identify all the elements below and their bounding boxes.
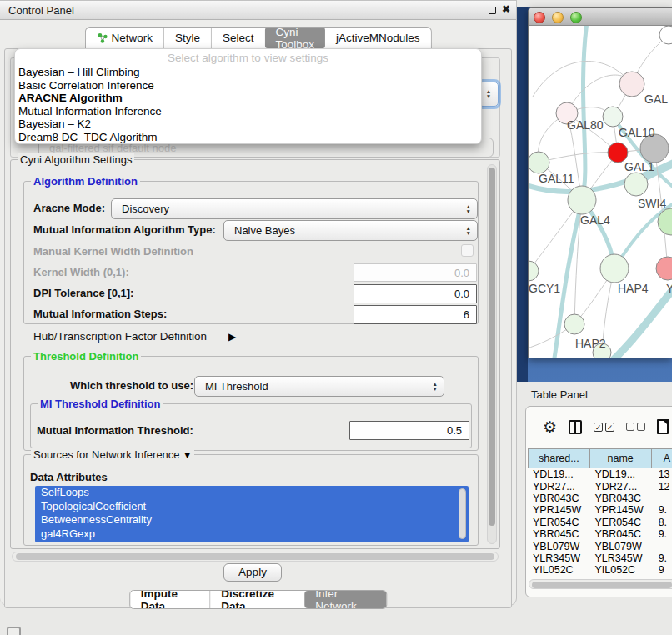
mi-steps-label: Mutual Information Steps: xyxy=(33,308,167,320)
table-row[interactable]: YBR043CYBR043C xyxy=(528,492,672,504)
popup-item-bayesian-k2[interactable]: Bayesian – K2 xyxy=(15,118,481,131)
combo-stepper-icon: ▲▼ xyxy=(466,201,471,217)
column-header-name[interactable]: name xyxy=(589,449,651,468)
popup-item-aracne[interactable]: ARACNE Algorithm xyxy=(15,92,481,105)
popup-item-basic-correlation[interactable]: Basic Correlation Inference xyxy=(15,79,481,92)
table-row[interactable]: YDL19...YDL19...13 xyxy=(528,468,672,480)
popup-prompt: Select algorithm to view settings xyxy=(15,49,481,66)
column-header-cut[interactable]: A xyxy=(651,449,672,468)
tab-jactivemnodules[interactable]: jActiveMNodules xyxy=(325,28,431,48)
select-all-icon[interactable]: ✓✓ xyxy=(594,422,614,432)
zoom-traffic-light-icon[interactable] xyxy=(570,12,582,23)
table-row[interactable]: YER054CYER054C8. xyxy=(528,517,672,528)
table-row[interactable]: YPR145WYPR145W9. xyxy=(528,504,672,516)
node-label: GAL4 xyxy=(580,213,610,227)
node-gal-pink[interactable] xyxy=(619,72,644,97)
create-column-icon[interactable] xyxy=(657,419,669,434)
settings-group-title: Cyni Algorithm Settings xyxy=(18,153,134,166)
node-swi4[interactable] xyxy=(624,172,648,196)
node-gal11[interactable] xyxy=(529,152,549,173)
table-panel-region: Table Panel ⚙ ✓✓ shared... name A Y xyxy=(517,382,672,635)
node-gal4[interactable] xyxy=(568,186,596,214)
popup-item-mutual-information[interactable]: Mutual Information Inference xyxy=(15,105,481,118)
node-table-header: shared... name A xyxy=(528,448,672,468)
table-row[interactable]: YLR345WYLR345W9. xyxy=(528,552,672,564)
list-item-selfloops[interactable]: SelfLoops xyxy=(35,486,469,500)
node-hap2[interactable] xyxy=(564,314,584,334)
table-toolbar: ⚙ ✓✓ xyxy=(526,407,672,447)
list-item-betweennesscentrality[interactable]: BetweennessCentrality xyxy=(35,513,469,528)
node-table-card: ⚙ ✓✓ shared... name A YDL19...YDL19...13… xyxy=(525,406,672,598)
table-horizontal-scrollbar[interactable] xyxy=(529,579,672,589)
list-item-gal4rgexp[interactable]: gal4RGexp xyxy=(35,528,469,542)
hub-definition-label[interactable]: Hub/Transcription Factor Definition xyxy=(33,330,207,342)
control-panel-titlebar: Control Panel ✖ xyxy=(0,1,516,20)
settings-gear-icon[interactable]: ⚙ xyxy=(543,419,557,435)
network-window-titlebar[interactable] xyxy=(529,8,672,26)
control-panel-title: Control Panel xyxy=(8,4,74,17)
manual-kernel-checkbox[interactable] xyxy=(461,244,474,257)
control-panel-window: Control Panel ✖ Network Style Select Cyn… xyxy=(0,0,517,606)
minimize-traffic-light-icon[interactable] xyxy=(552,12,564,23)
sources-collapse-arrow-icon[interactable]: ▼ xyxy=(183,450,192,460)
mi-steps-field[interactable]: 6 xyxy=(354,305,477,324)
node-gcy1[interactable] xyxy=(529,261,539,281)
table-row[interactable]: YDR27...YDR27...12 xyxy=(528,480,672,492)
tab-impute-data[interactable]: Impute Data xyxy=(130,591,209,608)
node-label: GAL1 xyxy=(624,160,654,173)
hub-expand-arrow-icon[interactable]: ▶ xyxy=(228,331,236,342)
docked-panel-icon[interactable] xyxy=(7,627,21,635)
control-panel-tab-row: Network Style Select Cyni Toolbox jActiv… xyxy=(0,20,516,48)
table-row[interactable]: YBR045CYBR045C9. xyxy=(528,528,672,540)
network-view-window[interactable]: GAL GAL80 GAL10 GAL1 GAL11 SWI4 GAL4 GCY… xyxy=(528,8,672,358)
settings-vertical-scrollbar[interactable] xyxy=(487,164,497,544)
popup-item-dream8[interactable]: Dream8 DC_TDC Algorithm xyxy=(15,131,481,144)
node-label: GCY1 xyxy=(529,282,560,295)
aracne-mode-combo[interactable]: Discovery ▲▼ xyxy=(111,198,478,219)
column-view-icon[interactable] xyxy=(569,420,582,434)
settings-horizontal-scrollbar[interactable] xyxy=(12,552,499,562)
tab-group: Network Style Select Cyni Toolbox jActiv… xyxy=(84,27,431,48)
node-y-salmon[interactable] xyxy=(656,257,672,280)
close-window-icon[interactable]: ✖ xyxy=(502,3,510,15)
list-vertical-scrollbar[interactable] xyxy=(459,488,466,539)
data-attributes-list[interactable]: SelfLoops TopologicalCoefficient Between… xyxy=(35,486,469,542)
node-gal10[interactable] xyxy=(603,107,623,127)
node-hap4[interactable] xyxy=(600,254,629,282)
desktop-left-edge xyxy=(517,7,528,382)
tab-cyni-toolbox[interactable]: Cyni Toolbox xyxy=(264,28,325,48)
threshold-definition-title: Threshold Definition xyxy=(31,350,141,362)
close-traffic-light-icon[interactable] xyxy=(534,12,545,23)
apply-button[interactable]: Apply xyxy=(223,563,282,582)
scrollbar-thumb[interactable] xyxy=(489,168,495,526)
network-canvas[interactable]: GAL GAL80 GAL10 GAL1 GAL11 SWI4 GAL4 GCY… xyxy=(529,26,672,358)
tab-select[interactable]: Select xyxy=(211,28,265,48)
tab-infer-network[interactable]: Infer Network xyxy=(304,591,386,608)
algorithm-dropdown-popup: Select algorithm to view settings Bayesi… xyxy=(14,48,482,144)
scrollbar-thumb[interactable] xyxy=(16,553,494,560)
scrollbar-thumb[interactable] xyxy=(532,582,672,588)
node-label: SWI4 xyxy=(638,197,666,210)
combo-stepper-icon: ▲▼ xyxy=(466,222,471,238)
table-row[interactable]: YIL052CYIL052C9 xyxy=(528,564,672,576)
manual-kernel-label: Manual Kernel Width Definition xyxy=(33,245,193,258)
which-threshold-combo[interactable]: MI Threshold ▲▼ xyxy=(194,376,444,397)
mi-type-combo[interactable]: Naive Bayes ▲▼ xyxy=(223,220,478,241)
table-panel-title: Table Panel xyxy=(531,388,588,401)
list-item-topologicalcoefficient[interactable]: TopologicalCoefficient xyxy=(35,500,469,514)
float-window-icon[interactable] xyxy=(489,7,496,14)
column-header-shared-name[interactable]: shared... xyxy=(529,449,590,468)
sources-group-title: Sources for Network Inference ▼ xyxy=(31,448,194,461)
deselect-all-icon[interactable] xyxy=(626,422,645,431)
mi-threshold-field[interactable]: 0.5 xyxy=(349,421,469,440)
tab-network[interactable]: Network xyxy=(85,28,163,48)
popup-item-bayesian-hill-climbing[interactable]: Bayesian – Hill Climbing xyxy=(15,66,481,79)
algorithm-definition-title: Algorithm Definition xyxy=(31,175,140,188)
tab-style[interactable]: Style xyxy=(163,28,211,48)
tab-discretize-data[interactable]: Discretize Data xyxy=(209,591,304,608)
node-label: GAL10 xyxy=(619,126,655,139)
table-row[interactable]: YBL079WYBL079W xyxy=(528,540,672,552)
data-attributes-label: Data Attributes xyxy=(30,471,108,483)
dpi-tolerance-field[interactable]: 0.0 xyxy=(354,284,477,303)
node-table-body[interactable]: YDL19...YDL19...13 YDR27...YDR27...12 YB… xyxy=(528,468,672,577)
